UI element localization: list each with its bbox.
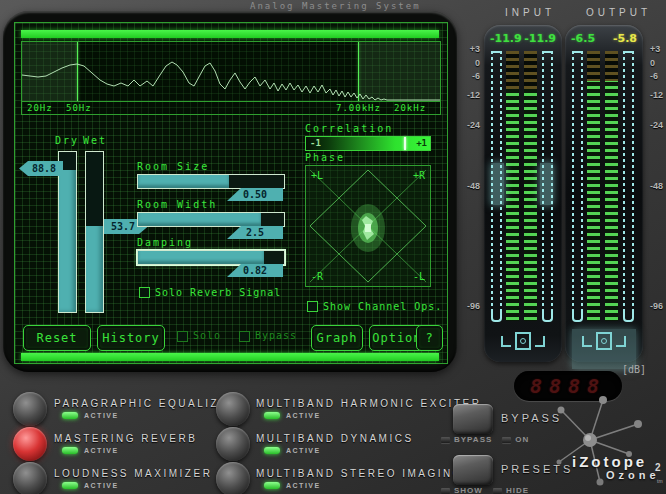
phase-corner-tr: +R: [413, 170, 425, 181]
output-meter-bars: [572, 51, 636, 323]
ozone-plugin-window: Analog Mastering System 20Hz 50Hz 7.00kH…: [0, 0, 666, 494]
room-size-value: 0.50: [227, 188, 283, 201]
room-size-slider[interactable]: [137, 174, 285, 189]
scale-m96: -96: [650, 301, 663, 311]
hide-led-icon: [493, 488, 502, 494]
solo-reverb-label: Solo Reverb Signal: [155, 287, 281, 298]
presets-indicator-row: SHOW HIDE: [441, 486, 529, 494]
dry-label: Dry: [55, 135, 79, 146]
output-peak-outline-right: [623, 51, 634, 313]
speaker-box-icon: [596, 332, 612, 350]
brand-trademark: tm: [657, 478, 663, 484]
active-led: [62, 412, 78, 419]
frequency-axis: 20Hz 50Hz 7.00kHz 20kHz: [22, 101, 440, 114]
input-right-value: -11.9: [524, 32, 556, 45]
active-led: [264, 412, 280, 419]
active-label: ACTIVE: [286, 412, 321, 419]
active-led: [264, 482, 280, 489]
freq-label-7khz: 7.00kHz: [336, 103, 381, 113]
wet-label: Wet: [83, 135, 107, 146]
room-width-slider[interactable]: [137, 212, 285, 227]
correlation-label: Correlation: [305, 123, 393, 134]
input-meter-bars: [491, 51, 555, 323]
solo-checkbox-label: Solo: [193, 330, 221, 341]
correlation-min-label: -1: [310, 138, 321, 148]
scale-m6: -6: [650, 71, 658, 81]
db-scale-right: +3 0 -6 -12 -24 -48 -96: [648, 0, 666, 372]
scale-m96: -96: [467, 301, 480, 311]
module-button-paragraphic-equalizer[interactable]: [13, 392, 47, 426]
output-led-bar-left: [587, 51, 600, 321]
show-led-icon: [441, 488, 450, 494]
active-label: ACTIVE: [84, 447, 119, 454]
input-led-bar-right: [524, 51, 537, 321]
wet-slider[interactable]: [85, 151, 104, 313]
output-left-value: -6.5: [571, 32, 595, 45]
graph-button[interactable]: Graph: [311, 325, 363, 351]
module-button-multiband-dynamics[interactable]: [216, 427, 250, 461]
wet-slider-cap: [86, 152, 103, 226]
damping-fill: [138, 251, 264, 264]
module-name: LOUDNESS MAXIMIZER: [54, 468, 212, 479]
solo-reverb-checkbox[interactable]: [139, 287, 150, 298]
scale-0: 0: [650, 58, 655, 68]
bypass-led-icon: [441, 437, 450, 443]
active-led: [264, 447, 280, 454]
phase-scope: +L +R -R -L: [305, 165, 431, 287]
bypass-checkbox-label: Bypass: [255, 330, 297, 341]
scale-m48: -48: [467, 181, 480, 191]
output-led-bar-right: [605, 51, 618, 321]
output-peak-reset-button[interactable]: [565, 330, 643, 352]
input-meter: -11.9 -11.9: [484, 25, 562, 362]
scale-m6: -6: [472, 71, 480, 81]
spectrum-curve: [22, 42, 440, 101]
bracket-right-icon: [535, 336, 545, 347]
master-bypass-button[interactable]: [453, 404, 493, 434]
active-led: [62, 482, 78, 489]
scale-m48: -48: [650, 181, 663, 191]
presets-button[interactable]: [453, 455, 493, 485]
phase-scope-graphic: [306, 166, 430, 286]
room-size-label: Room Size: [137, 161, 209, 172]
module-button-loudness-maximizer[interactable]: [13, 462, 47, 494]
help-button[interactable]: ?: [416, 325, 443, 351]
brand-name: iZotope: [572, 453, 647, 470]
bracket-right-icon: [616, 336, 626, 347]
freq-label-20hz: 20Hz: [27, 103, 53, 113]
input-peak-hold-right: [540, 163, 553, 205]
module-button-multiband-stereo-imaging[interactable]: [216, 462, 250, 494]
damping-slider[interactable]: [137, 250, 285, 265]
history-button[interactable]: History: [97, 325, 165, 351]
scale-m24: -24: [650, 120, 663, 130]
show-channel-ops-label: Show Channel Ops.: [323, 301, 442, 312]
freq-label-20khz: 20kHz: [394, 103, 426, 113]
room-width-fill: [138, 213, 261, 226]
output-meter: -6.5 -5.8: [565, 25, 643, 362]
scale-plus3: +3: [650, 44, 660, 54]
solo-checkbox[interactable]: [177, 331, 188, 342]
show-channel-ops-checkbox[interactable]: [307, 301, 318, 312]
module-button-multiband-harmonic-exciter[interactable]: [216, 392, 250, 426]
db-scale-left: +3 0 -6 -12 -24 -48 -96: [458, 0, 480, 372]
on-led-icon: [502, 437, 511, 443]
panel-top-bar: [21, 30, 439, 38]
bypass-ind-label: BYPASS: [454, 435, 492, 444]
bypass-checkbox[interactable]: [239, 331, 250, 342]
freq-label-50hz: 50Hz: [66, 103, 92, 113]
speaker-box-icon: [515, 332, 531, 350]
reset-button[interactable]: Reset: [23, 325, 91, 351]
input-led-bar-left: [506, 51, 519, 321]
module-name: MULTIBAND DYNAMICS: [256, 433, 414, 444]
input-left-value: -11.9: [490, 32, 522, 45]
active-led: [62, 447, 78, 454]
correlation-marker: [404, 137, 406, 150]
correlation-meter: -1 +1: [305, 136, 431, 151]
hide-ind-label: HIDE: [506, 486, 529, 494]
module-button-mastering-reverb[interactable]: [13, 427, 47, 461]
damping-value: 0.82: [227, 264, 283, 277]
correlation-max-label: +1: [416, 138, 427, 148]
bracket-left-icon: [582, 336, 592, 347]
input-peak-reset-button[interactable]: [484, 330, 562, 352]
panel-bottom-bar: [21, 353, 439, 361]
phase-corner-bl: -R: [311, 271, 323, 282]
